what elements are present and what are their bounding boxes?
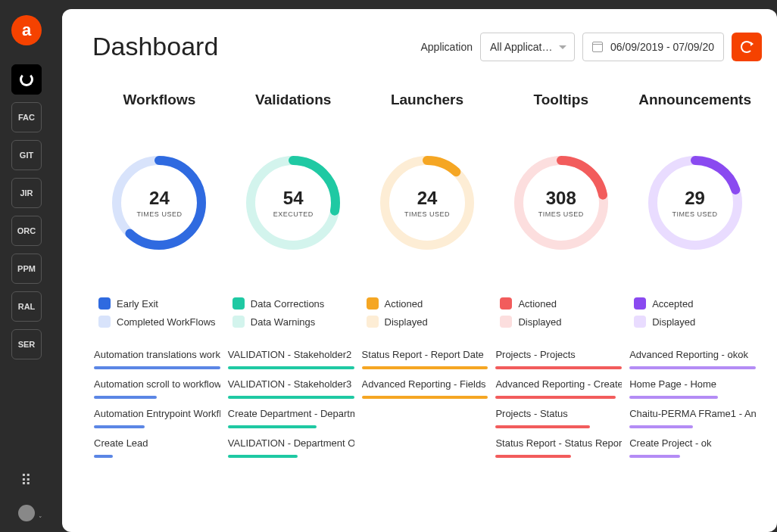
list-item[interactable]: Create Lead — [94, 437, 220, 449]
list-item[interactable]: Projects - Status — [495, 408, 622, 419]
col-title: Workflows — [123, 92, 196, 108]
sidebar-item-ppm[interactable]: PPM — [11, 254, 42, 284]
list-item[interactable]: Automation Entrypoint Workflo — [94, 408, 220, 419]
donut-sublabel: TIMES USED — [404, 210, 450, 218]
list-item-bar — [495, 366, 622, 369]
list-item[interactable]: Advanced Reporting - Fields — [362, 378, 488, 390]
list-item-bar — [629, 425, 692, 428]
equalizer-icon[interactable]: ⠿ — [20, 471, 33, 490]
sidebar-item-jir[interactable]: JIR — [11, 178, 42, 208]
donut-chart: 24 TIMES USED — [110, 154, 208, 252]
date-range-value: 06/09/2019 - 07/09/20 — [610, 41, 714, 53]
legend: Data CorrectionsData Warnings — [226, 297, 360, 334]
calendar-icon — [592, 42, 603, 52]
donut-sublabel: EXECUTED — [273, 210, 314, 218]
date-range-picker[interactable]: 06/09/2019 - 07/09/20 — [582, 33, 724, 61]
legend: AcceptedDisplayed — [628, 297, 762, 334]
donut-chart: 29 TIMES USED — [646, 154, 744, 252]
refresh-button[interactable] — [732, 33, 762, 61]
legend-swatch — [232, 297, 245, 310]
legend-label: Data Warnings — [251, 316, 316, 328]
donut-value: 29 — [685, 188, 705, 209]
donut-sublabel: TIMES USED — [136, 210, 182, 218]
legend-row: Data Corrections — [232, 297, 354, 310]
list-item-bar — [629, 455, 680, 458]
list-item[interactable]: Chaitu-PERMA FRame1 - Anno — [629, 408, 756, 419]
list-item[interactable]: VALIDATION - Stakeholder2 — [228, 349, 354, 360]
legend-label: Displayed — [385, 316, 428, 328]
legend: ActionedDisplayed — [360, 297, 495, 334]
legend-row: Data Warnings — [232, 316, 354, 328]
list-item[interactable]: Home Page - Home — [629, 378, 756, 390]
col-title: Validations — [255, 92, 331, 108]
list-item-bar — [94, 396, 157, 399]
list-item-bar — [495, 396, 615, 399]
list-item-bar — [94, 366, 220, 369]
header: Dashboard Application All Applicat… 06/0… — [92, 32, 762, 61]
donut-value: 54 — [283, 188, 304, 209]
col-title: Launchers — [391, 92, 463, 108]
list-item[interactable]: Projects - Projects — [495, 349, 622, 360]
sidebar-item-fac[interactable]: FAC — [11, 102, 42, 132]
list-item-bar — [228, 425, 317, 428]
legend-label: Actioned — [518, 298, 557, 310]
donut-chart: 54 EXECUTED — [244, 154, 342, 252]
legend: ActionedDisplayed — [494, 297, 628, 334]
legend-swatch — [98, 316, 111, 328]
metric-col-workflows: Workflows 24 TIMES USED Early ExitComple… — [92, 92, 226, 467]
sidebar-item-ral[interactable]: RAL — [11, 291, 42, 322]
list-item-bar — [629, 396, 718, 399]
donut-value: 308 — [546, 188, 576, 209]
page-title: Dashboard — [92, 32, 420, 61]
logo: a — [11, 15, 42, 45]
user-menu[interactable] — [18, 505, 35, 521]
legend-label: Accepted — [652, 298, 693, 310]
list-item[interactable]: Advanced Reporting - Create — [495, 378, 622, 390]
item-list: Advanced Reporting - okokHome Page - Hom… — [628, 349, 762, 467]
list-item-bar — [228, 366, 354, 369]
legend-label: Actioned — [385, 298, 423, 310]
application-select[interactable]: All Applicat… — [480, 33, 575, 61]
list-item-bar — [94, 455, 113, 458]
donut-chart: 308 TIMES USED — [512, 154, 610, 252]
donut-sublabel: TIMES USED — [672, 210, 718, 218]
list-item[interactable]: Automation scroll to workflow. — [94, 378, 220, 390]
donut-value: 24 — [149, 188, 170, 209]
list-item[interactable]: VALIDATION - Stakeholder3 — [228, 378, 354, 390]
legend-swatch — [367, 316, 379, 328]
legend-swatch — [367, 297, 379, 310]
list-item[interactable]: Create Project - ok — [629, 437, 756, 449]
list-item[interactable]: VALIDATION - Department OBS — [228, 437, 354, 449]
legend-label: Completed WorkFlows — [117, 316, 216, 328]
list-item-bar — [228, 455, 298, 458]
list-item[interactable]: Automation translations workfl — [94, 349, 220, 360]
list-item[interactable]: Status Report - Report Date — [362, 349, 488, 360]
item-list: Automation translations workflAutomation… — [92, 349, 226, 467]
sidebar: a FACGITJIRORCPPMRALSER ⠿ — [0, 0, 53, 532]
legend-label: Early Exit — [117, 298, 158, 310]
sidebar-item-spinner[interactable] — [11, 64, 42, 95]
main-card: Dashboard Application All Applicat… 06/0… — [62, 9, 777, 532]
legend-swatch — [634, 297, 646, 310]
list-item-bar — [94, 425, 145, 428]
sidebar-item-ser[interactable]: SER — [11, 329, 42, 359]
legend-swatch — [500, 316, 512, 328]
legend-row: Actioned — [367, 297, 488, 310]
metric-col-tooltips: Tooltips 308 TIMES USED ActionedDisplaye… — [494, 92, 628, 467]
list-item[interactable]: Create Department - Departme — [228, 408, 354, 419]
legend-label: Data Corrections — [251, 298, 325, 310]
list-item-bar — [228, 396, 354, 399]
legend-row: Displayed — [634, 316, 756, 328]
application-select-value: All Applicat… — [490, 41, 552, 53]
legend-row: Accepted — [634, 297, 756, 310]
legend-swatch — [634, 316, 646, 328]
metric-col-launchers: Launchers 24 TIMES USED ActionedDisplaye… — [360, 92, 495, 467]
sidebar-item-orc[interactable]: ORC — [11, 216, 42, 246]
list-item[interactable]: Advanced Reporting - okok — [629, 349, 756, 360]
list-item-bar — [362, 396, 488, 399]
sidebar-item-git[interactable]: GIT — [11, 140, 42, 170]
list-item-bar — [362, 366, 488, 369]
legend-swatch — [98, 297, 111, 310]
list-item[interactable]: Status Report - Status Report N — [495, 437, 622, 449]
filter-label: Application — [420, 41, 473, 53]
